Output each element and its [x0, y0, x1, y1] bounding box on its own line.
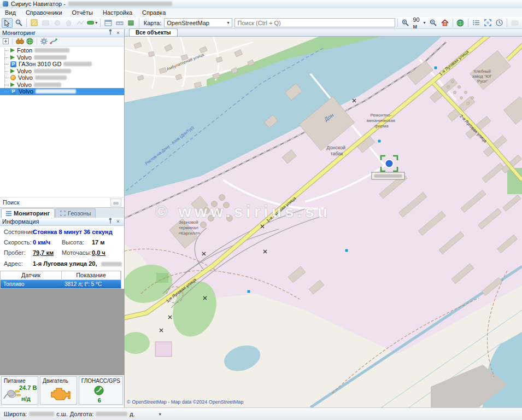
geozone-circle-button[interactable] — [52, 18, 63, 28]
track-color-button[interactable]: ▾ — [86, 18, 98, 28]
ruler-button[interactable] — [114, 18, 125, 28]
gps-gauge-label: ГЛОНАСС/GPS — [81, 378, 120, 384]
gps-satellites-value: 6 — [98, 397, 101, 404]
redacted-text — [36, 89, 76, 94]
geozone-line-button[interactable] — [75, 18, 86, 28]
geozone-polygon-button[interactable] — [63, 18, 74, 28]
extra-tool-button[interactable] — [509, 18, 520, 28]
report-table-button[interactable] — [103, 18, 114, 28]
info-panel-header: Информация × — [0, 218, 124, 226]
map-tab-label: Все объекты — [136, 30, 171, 36]
vehicle-row[interactable]: Volvo — [0, 54, 124, 61]
menu-settings[interactable]: Настройка — [98, 8, 137, 17]
color-pill-icon — [87, 20, 94, 25]
menu-view[interactable]: Вид — [0, 8, 21, 17]
polygon-shape-icon — [65, 20, 72, 26]
menu-directories[interactable]: Справочники — [21, 8, 67, 17]
redacted-text — [34, 55, 67, 60]
fit-extent-button[interactable] — [482, 18, 493, 28]
zoom-tool-button[interactable] — [13, 18, 24, 28]
separator — [397, 19, 398, 27]
engine-gauge-label: Двигатель — [43, 378, 74, 384]
sensor-row-fuel[interactable]: Топливо 3812 л; t°: 5 °C — [1, 280, 121, 288]
info-panel: Состояние: Стоянка 8 минут 36 секунд Ско… — [0, 226, 124, 271]
search-container — [234, 18, 395, 27]
vehicle-moving-icon — [10, 55, 15, 60]
show-on-map-button[interactable] — [26, 38, 33, 46]
latitude-suffix: с.ш. — [56, 411, 67, 417]
history-time-button[interactable] — [494, 18, 505, 28]
gps-gauge: ГЛОНАСС/GPS 6 — [79, 376, 123, 405]
search-input[interactable] — [234, 18, 395, 27]
list-icon — [473, 20, 480, 26]
engine-hours-value[interactable]: 0,0 ч — [92, 249, 105, 256]
glonass-gps-icon — [93, 385, 104, 396]
small-pink-block — [155, 342, 172, 357]
zoom-in-icon — [402, 19, 409, 26]
map-provider-label: Карта: — [142, 20, 164, 26]
vehicle-row[interactable]: P ГАЗон 3010 GD — [0, 61, 124, 68]
track-button[interactable] — [50, 38, 57, 45]
redacted-text — [34, 83, 61, 87]
vehicle-moving-icon — [10, 48, 15, 52]
gauge-panels: Питание 24.7 В н/д Двигатель ГЛОНАСС/G — [0, 375, 124, 406]
altitude-label: Высота: — [62, 239, 84, 246]
separator — [453, 19, 453, 27]
dropdown-arrow-icon: ▾ — [95, 20, 97, 25]
vehicle-parked-icon: P — [10, 61, 16, 67]
tree-search-button[interactable] — [110, 199, 121, 207]
app-icon — [3, 1, 8, 7]
vehicle-name: Volvo — [17, 54, 32, 61]
package-button[interactable] — [126, 18, 137, 28]
globe-button[interactable] — [455, 18, 466, 28]
expand-all-button[interactable] — [3, 38, 9, 45]
pin-panel-button[interactable] — [107, 218, 114, 226]
vehicle-row[interactable]: Foton — [0, 47, 124, 54]
mileage-value[interactable]: 79,7 км — [33, 249, 54, 256]
edit-map-button[interactable] — [29, 18, 40, 28]
find-vehicle-button[interactable] — [16, 38, 24, 45]
zoom-out-button[interactable] — [428, 18, 439, 28]
info-panel-title: Информация — [2, 218, 39, 225]
route-icon — [50, 38, 57, 44]
settings-button[interactable] — [40, 38, 48, 46]
speed-value: 0 км/ч — [33, 239, 50, 246]
menu-reports[interactable]: Отчёты — [67, 8, 98, 17]
pin-icon — [108, 218, 113, 224]
zoom-scale-dropdown[interactable]: 90 м ▾ — [411, 16, 427, 30]
pointer-tool-button[interactable] — [2, 18, 13, 28]
home-view-button[interactable] — [439, 18, 450, 28]
vehicle-row[interactable]: Volvo — [0, 74, 124, 81]
altitude-value: 17 м — [92, 239, 104, 246]
vehicle-row[interactable]: Volvo — [0, 68, 124, 75]
engine-icon — [49, 386, 71, 402]
ruler-icon — [116, 20, 124, 26]
close-panel-button[interactable]: × — [114, 30, 122, 37]
circle-shape-icon — [54, 20, 61, 26]
menu-help[interactable]: Справка — [137, 8, 171, 17]
coords-dropdown-arrow[interactable]: ▾ — [159, 412, 161, 417]
vehicle-row-selected[interactable]: P Volvo — [0, 88, 124, 95]
address-value: 1-я Луговая улица 20, — [33, 260, 97, 267]
tab-geozones[interactable]: Геозоны — [55, 208, 96, 218]
close-panel-button[interactable]: × — [114, 218, 122, 225]
address-label: Адрес: — [4, 260, 23, 267]
map-tab-all-objects[interactable]: Все объекты — [129, 28, 178, 36]
separator — [468, 19, 468, 27]
map-canvas[interactable]: Амбулаторная улица Ростов-на-Дону - Азов… — [125, 37, 522, 407]
globe-green-icon — [26, 38, 33, 45]
table-icon — [104, 20, 112, 26]
folder-icon — [42, 20, 49, 26]
separator — [139, 19, 139, 27]
map-provider-combobox[interactable]: OpenStreetMap ▾ — [164, 18, 232, 27]
geozone-group-button[interactable] — [40, 18, 51, 28]
vehicle-name: ГАЗон 3010 GD — [19, 61, 61, 67]
zoom-in-button[interactable] — [400, 18, 410, 28]
tab-monitoring[interactable]: Мониторинг — [1, 208, 55, 218]
pin-panel-button[interactable] — [107, 29, 114, 37]
vehicle-row[interactable]: Volvo — [0, 81, 124, 89]
vehicle-name: Volvo — [17, 68, 32, 74]
state-value: Стоянка 8 минут 36 секунд — [33, 229, 113, 235]
object-list-button[interactable] — [471, 18, 482, 28]
sensor-column-header: Датчик — [1, 271, 62, 280]
